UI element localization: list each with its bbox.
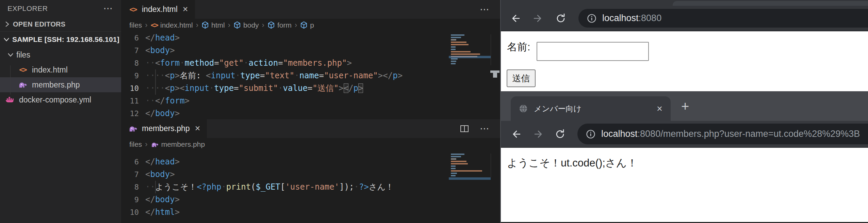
more-actions-icon[interactable]: ⋯: [480, 124, 489, 133]
line-content: </body>: [139, 193, 180, 206]
name-input[interactable]: [537, 42, 649, 61]
breadcrumb-item[interactable]: <>index.html: [151, 21, 193, 29]
code-line[interactable]: 6</head>: [121, 156, 500, 168]
code-line[interactable]: 12</body>: [121, 107, 500, 119]
code-editor-index-html[interactable]: 6</head>7<body>8··<form·method="get"·act…: [121, 32, 500, 119]
line-content: ····<p><input·type="submit"·value="送信"><…: [139, 82, 363, 95]
file-label: index.html: [32, 65, 68, 75]
breadcrumb: files›members.php: [121, 138, 500, 151]
close-icon[interactable]: ×: [183, 5, 188, 14]
tab-index-html[interactable]: <> index.html ×: [121, 0, 195, 19]
info-icon[interactable]: [586, 13, 597, 24]
line-number: 8: [121, 181, 139, 193]
line-content: ··</form>: [139, 95, 190, 107]
minimap-current-line: [449, 177, 491, 180]
minimap[interactable]: [451, 154, 491, 177]
submit-button[interactable]: 送信: [507, 69, 536, 87]
new-tab-icon[interactable]: +: [681, 99, 689, 113]
breadcrumb-label: index.html: [160, 21, 193, 29]
breadcrumb-item[interactable]: files: [129, 140, 142, 148]
breadcrumb-label: body: [243, 21, 259, 29]
split-editor-icon[interactable]: [459, 124, 470, 134]
line-content: ··ようこそ！<?php·print($_GET['user-name']);·…: [139, 181, 394, 193]
breadcrumb-item[interactable]: html: [201, 21, 225, 29]
browser2-active-tab[interactable]: メンバー向け ×: [511, 96, 671, 121]
editor-group-actions: ⋯: [480, 0, 489, 19]
sidebar-item-members-php[interactable]: members.php: [0, 77, 121, 92]
code-line[interactable]: 8··ようこそ！<?php·print($_GET['user-name']);…: [121, 181, 500, 193]
sidebar-item-files[interactable]: files: [0, 47, 121, 62]
code-editor-members-php[interactable]: 6</head>7<body>8··ようこそ！<?php·print($_GET…: [121, 151, 500, 223]
code-line[interactable]: 10</html>: [121, 206, 500, 219]
close-icon[interactable]: ×: [657, 104, 662, 114]
scrollbar-handle[interactable]: [490, 70, 499, 73]
line-content: </html>: [139, 206, 180, 219]
breadcrumb-label: files: [129, 140, 142, 148]
breadcrumb-item[interactable]: body: [233, 21, 259, 29]
code-line[interactable]: 9</body>: [121, 193, 500, 206]
line-number: 10: [121, 206, 139, 219]
forward-icon[interactable]: [532, 12, 544, 25]
workspace-section[interactable]: SAMPLE [SSH: 192.168.56.101]: [0, 31, 121, 47]
url-host: localhost: [602, 13, 639, 23]
explorer-more-icon[interactable]: ⋯: [103, 4, 113, 13]
line-number: 6: [121, 32, 139, 44]
code-line[interactable]: 11··</form>: [121, 95, 500, 107]
globe-icon: [518, 103, 528, 114]
chevron-down-icon: [6, 50, 15, 59]
line-number: 8: [121, 57, 139, 69]
browser1-address-bar[interactable]: localhost:8080: [578, 9, 868, 28]
tree-indent-guide: [10, 65, 11, 95]
name-label: 名前:: [507, 40, 530, 54]
browser2-address-bar[interactable]: localhost:8080/members.php?user-name=ut.…: [577, 124, 868, 144]
url-path: :8080: [639, 13, 662, 23]
line-number: 10: [121, 82, 139, 95]
reload-icon[interactable]: [554, 128, 566, 140]
url-host: localhost: [601, 129, 638, 139]
scrollbar-handle-stem[interactable]: [493, 73, 497, 78]
chevron-right-icon: [3, 20, 12, 29]
breadcrumb-item[interactable]: members.php: [151, 140, 205, 148]
line-number: 6: [121, 156, 139, 168]
line-content: <body>: [139, 168, 175, 181]
tab-members-php[interactable]: members.php ×: [121, 119, 207, 138]
symbol-cube-icon: [267, 21, 275, 29]
breadcrumb-label: files: [129, 21, 142, 29]
html-file-icon: <>: [151, 21, 158, 29]
back-icon[interactable]: [509, 12, 521, 25]
code-line[interactable]: 8··<form·method="get"·action="members.ph…: [121, 57, 500, 69]
breadcrumb-item[interactable]: p: [300, 21, 314, 29]
breadcrumb-separator: ›: [145, 140, 147, 149]
info-icon[interactable]: [585, 128, 596, 140]
breadcrumb-item[interactable]: form: [267, 21, 292, 29]
sidebar-item-docker-compose[interactable]: docker-compose.yml: [0, 92, 121, 107]
code-line[interactable]: 6</head>: [121, 32, 500, 44]
reload-icon[interactable]: [555, 12, 567, 25]
close-icon[interactable]: ×: [195, 124, 200, 133]
code-line[interactable]: 7<body>: [121, 168, 500, 181]
breadcrumb-separator: ›: [295, 21, 297, 30]
more-actions-icon[interactable]: ⋯: [480, 5, 489, 14]
explorer-sidebar: EXPLORER ⋯ OPEN EDITORS SAMPLE [SSH: 192…: [0, 0, 121, 223]
tab-title: メンバー向け: [534, 103, 657, 114]
minimap[interactable]: [451, 34, 491, 65]
workspace-label: SAMPLE [SSH: 192.168.56.101]: [12, 35, 119, 44]
code-line[interactable]: 9····<p>名前: <input·type="text"·name="use…: [121, 69, 500, 82]
sidebar-item-index-html[interactable]: <> index.html: [0, 62, 121, 77]
indent-guide: [155, 181, 156, 193]
open-editors-section[interactable]: OPEN EDITORS: [0, 17, 121, 31]
code-line[interactable]: 7<body>: [121, 44, 500, 57]
back-icon[interactable]: [510, 128, 522, 140]
breadcrumb-label: p: [310, 21, 314, 29]
breadcrumb-item[interactable]: files: [129, 21, 142, 29]
url-path: :8080/members.php?user-name=ut.code%28%2…: [638, 129, 860, 139]
editor-group-members-php: members.php × ⋯ files›members.php 6</hea…: [121, 119, 500, 223]
code-line[interactable]: 10····<p><input·type="submit"·value="送信"…: [121, 82, 500, 95]
breadcrumb-separator: ›: [262, 21, 264, 30]
symbol-cube-icon: [233, 21, 241, 29]
symbol-cube-icon: [201, 21, 209, 29]
breadcrumb-separator: ›: [145, 21, 147, 30]
browser1-active-tab[interactable]: [673, 1, 868, 6]
browser2-toolbar: localhost:8080/members.php?user-name=ut.…: [501, 121, 868, 148]
forward-icon[interactable]: [533, 128, 545, 140]
